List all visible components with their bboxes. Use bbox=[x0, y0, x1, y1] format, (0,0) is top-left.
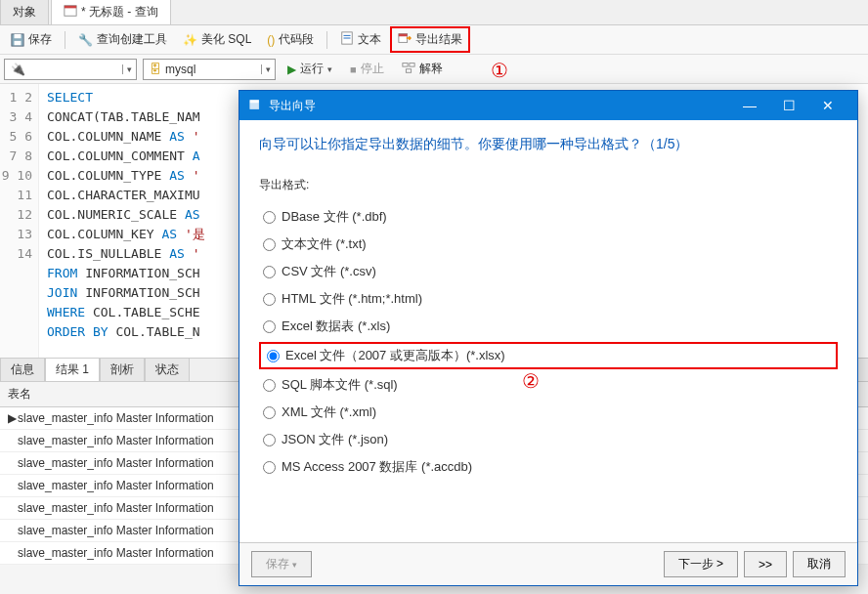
chevron-down-icon: ▾ bbox=[122, 64, 136, 74]
cancel-button[interactable]: 取消 bbox=[793, 551, 846, 577]
radio-dbf[interactable]: DBase 文件 (*.dbf) bbox=[259, 203, 838, 231]
stop-button[interactable]: ■ 停止 bbox=[344, 59, 390, 79]
text-label: 文本 bbox=[358, 31, 381, 48]
close-button[interactable]: ✕ bbox=[808, 91, 847, 120]
document-tabs: 对象 * 无标题 - 查询 bbox=[0, 0, 868, 25]
svg-rect-1 bbox=[65, 6, 76, 9]
connection-value bbox=[29, 63, 32, 76]
export-result-button[interactable]: 导出结果 bbox=[390, 26, 470, 53]
beautify-label: 美化 SQL bbox=[201, 31, 251, 48]
tab-query-label: * 无标题 - 查询 bbox=[81, 4, 158, 21]
save-button[interactable]: 保存 bbox=[4, 27, 59, 52]
radio-xlsx[interactable]: Excel 文件（2007 或更高版本）(*.xlsx) bbox=[259, 342, 838, 369]
db-value: mysql bbox=[165, 63, 195, 76]
radio-json[interactable]: JSON 文件 (*.json) bbox=[259, 426, 838, 453]
database-icon: 🗄 bbox=[150, 63, 161, 76]
radio-sql[interactable]: SQL 脚本文件 (*.sql) bbox=[259, 371, 838, 399]
radio-html[interactable]: HTML 文件 (*.htm;*.html) bbox=[259, 285, 838, 313]
main-toolbar: 保存 🔧 查询创建工具 ✨ 美化 SQL () 代码段 文本 导出结果 bbox=[0, 25, 868, 55]
run-label: 运行 bbox=[300, 61, 324, 77]
stop-icon: ■ bbox=[350, 64, 357, 75]
tab-info[interactable]: 信息 bbox=[0, 358, 45, 381]
export-wizard-dialog: 导出向导 — ☐ ✕ 向导可以让你指定导出数据的细节。你要使用哪一种导出格式？（… bbox=[239, 90, 858, 586]
export-label: 导出结果 bbox=[415, 31, 462, 48]
chevron-down-icon: ▾ bbox=[292, 560, 297, 570]
export-icon bbox=[249, 98, 263, 114]
svg-rect-10 bbox=[403, 64, 408, 67]
radio-accdb[interactable]: MS Access 2007 数据库 (*.accdb) bbox=[259, 453, 838, 481]
parens-icon: () bbox=[267, 33, 275, 47]
row-marker-icon: ▶ bbox=[8, 411, 18, 425]
text-button[interactable]: 文本 bbox=[333, 27, 388, 52]
svg-rect-9 bbox=[399, 34, 408, 37]
query-builder-label: 查询创建工具 bbox=[97, 31, 167, 48]
radio-xml[interactable]: XML 文件 (*.xml) bbox=[259, 399, 838, 426]
export-icon bbox=[398, 31, 412, 48]
minimize-button[interactable]: — bbox=[730, 91, 769, 120]
stop-label: 停止 bbox=[361, 61, 384, 77]
tab-object[interactable]: 对象 bbox=[0, 0, 49, 24]
radio-txt[interactable]: 文本文件 (*.txt) bbox=[259, 231, 838, 258]
annotation-one: ① bbox=[491, 59, 508, 82]
document-icon bbox=[340, 31, 354, 48]
separator bbox=[326, 31, 327, 49]
tab-status[interactable]: 状态 bbox=[145, 358, 190, 381]
svg-rect-4 bbox=[15, 40, 22, 44]
skip-button[interactable]: >> bbox=[744, 551, 787, 577]
next-button[interactable]: 下一步 > bbox=[664, 551, 738, 577]
radio-xls[interactable]: Excel 数据表 (*.xls) bbox=[259, 313, 838, 340]
connection-dropdown[interactable]: 🔌 ▾ bbox=[4, 59, 137, 80]
beautify-sql-button[interactable]: ✨ 美化 SQL bbox=[176, 27, 258, 52]
svg-rect-12 bbox=[406, 69, 411, 73]
dialog-title: 导出向导 bbox=[269, 98, 316, 114]
tab-result-1[interactable]: 结果 1 bbox=[45, 358, 100, 381]
query-tab-icon bbox=[64, 4, 77, 21]
tab-profile[interactable]: 剖析 bbox=[100, 358, 145, 381]
explain-icon bbox=[402, 61, 415, 77]
maximize-button[interactable]: ☐ bbox=[769, 91, 808, 120]
format-label: 导出格式: bbox=[259, 177, 838, 193]
explain-label: 解释 bbox=[419, 61, 443, 77]
tool-icon: 🔧 bbox=[78, 33, 93, 47]
svg-rect-3 bbox=[15, 33, 22, 37]
radio-csv[interactable]: CSV 文件 (*.csv) bbox=[259, 258, 838, 285]
connection-toolbar: 🔌 ▾ 🗄 mysql ▾ ▶ 运行 ▾ ■ 停止 解释 bbox=[0, 55, 868, 84]
wizard-heading: 向导可以让你指定导出数据的细节。你要使用哪一种导出格式？（1/5） bbox=[259, 136, 838, 153]
sparkle-icon: ✨ bbox=[183, 33, 197, 47]
database-dropdown[interactable]: 🗄 mysql ▾ bbox=[143, 59, 276, 80]
save-icon bbox=[11, 33, 24, 47]
line-gutter: 1 2 3 4 5 6 7 8 9 10 11 12 13 14 bbox=[0, 84, 39, 358]
play-icon: ▶ bbox=[287, 63, 296, 76]
tab-query[interactable]: * 无标题 - 查询 bbox=[51, 0, 171, 24]
run-button[interactable]: ▶ 运行 ▾ bbox=[282, 59, 338, 79]
window-controls: — ☐ ✕ bbox=[730, 91, 847, 120]
separator bbox=[65, 31, 65, 49]
dialog-body: 向导可以让你指定导出数据的细节。你要使用哪一种导出格式？（1/5） 导出格式: … bbox=[239, 120, 857, 542]
plug-icon: 🔌 bbox=[11, 63, 25, 76]
code-snippet-button[interactable]: () 代码段 bbox=[260, 27, 321, 52]
svg-rect-11 bbox=[410, 64, 414, 67]
explain-button[interactable]: 解释 bbox=[396, 59, 449, 79]
save-label: 保存 bbox=[28, 31, 52, 48]
chevron-down-icon: ▾ bbox=[327, 64, 332, 74]
dialog-titlebar[interactable]: 导出向导 — ☐ ✕ bbox=[239, 91, 857, 120]
annotation-two: ② bbox=[522, 369, 540, 393]
svg-rect-14 bbox=[250, 100, 259, 103]
tab-object-label: 对象 bbox=[13, 4, 36, 21]
query-builder-button[interactable]: 🔧 查询创建工具 bbox=[71, 27, 174, 52]
chevron-down-icon: ▾ bbox=[261, 64, 275, 74]
save-profile-button[interactable]: 保存 ▾ bbox=[251, 551, 312, 577]
dialog-footer: 保存 ▾ 下一步 > >> 取消 bbox=[239, 542, 857, 585]
snippet-label: 代码段 bbox=[279, 31, 314, 48]
